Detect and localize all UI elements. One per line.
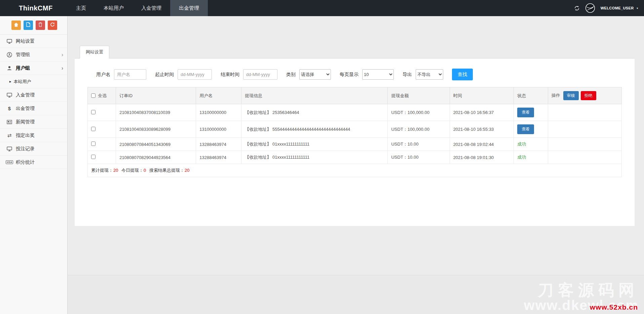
- time-cell: 2021-08-08 19:02:44: [450, 138, 514, 151]
- refresh-cache-button[interactable]: [48, 21, 57, 30]
- status-cell: 查看: [514, 104, 548, 121]
- quick-actions: [0, 16, 67, 34]
- amount-cell: USDT：100,000.00: [388, 104, 450, 121]
- category-select[interactable]: 请选择: [299, 69, 331, 80]
- order-id-cell: 210810040837008110039: [116, 104, 196, 121]
- row-checkbox[interactable]: [91, 155, 96, 159]
- search-button[interactable]: 查找: [452, 69, 473, 80]
- watermark: 刀客源码网 www.dkewl.com www.52xb.cn: [524, 282, 639, 313]
- checkbox-cell: [88, 104, 116, 121]
- time-cell: 2021-08-10 16:55:33: [450, 121, 514, 138]
- sidebar-item-deposit[interactable]: 入金管理: [0, 88, 67, 102]
- row-checkbox[interactable]: [91, 110, 96, 114]
- reject-button[interactable]: 拒绝: [581, 91, 596, 100]
- sidebar-item-label: 新闻管理: [16, 119, 35, 125]
- nav-item-withdraw[interactable]: 出金管理: [170, 0, 208, 16]
- sidebar-item-assign-prize[interactable]: ⇄ 指定出奖: [0, 129, 67, 142]
- nav-item-site-users[interactable]: 本站用户: [95, 0, 132, 16]
- sidebar-item-label: 入金管理: [16, 92, 35, 98]
- username-filter: 用户名: [96, 69, 146, 80]
- summary-today-value: 0: [144, 168, 146, 173]
- export-filter: 导出 不导出: [403, 69, 443, 80]
- end-time-label: 结束时间: [221, 72, 239, 78]
- watermark-url: www.dkewl.com www.52xb.cn: [524, 298, 639, 313]
- content-panel: 用户名 起止时间 结束时间 类别 请选择 每页显示 10 导出 不导出: [75, 58, 635, 226]
- circular-arrow-icon: [50, 22, 55, 28]
- username-label: 用户名: [96, 72, 110, 78]
- home-button[interactable]: [11, 21, 21, 30]
- sidebar-item-site-settings[interactable]: 网站设置: [0, 35, 67, 48]
- approve-button[interactable]: 审核: [563, 91, 579, 100]
- status-cell: 成功: [514, 151, 548, 164]
- export-select[interactable]: 不导出: [416, 69, 443, 80]
- username-input[interactable]: [114, 69, 146, 80]
- sidebar-item-bet-records[interactable]: 投注记录: [0, 142, 67, 156]
- withdraw-info-cell: 【收款地址】 01xxxx11111111111: [241, 151, 388, 164]
- tab-site-settings[interactable]: 网站设置: [80, 46, 109, 58]
- page-size-select[interactable]: 10: [362, 69, 394, 80]
- brand-logo[interactable]: ThinkCMF: [0, 0, 67, 16]
- sidebar-item-admin-group[interactable]: 管理组 ›: [0, 48, 67, 62]
- trash-button[interactable]: [36, 21, 45, 30]
- filter-toolbar: 用户名 起止时间 结束时间 类别 请选择 每页显示 10 导出 不导出: [87, 69, 622, 80]
- trash-icon: [38, 22, 42, 28]
- monitor-icon: [6, 39, 13, 44]
- order-id-header: 订单ID: [116, 87, 196, 104]
- sidebar-item-label: 出金管理: [16, 106, 35, 112]
- sidebar-item-news[interactable]: 新闻管理: [0, 115, 67, 129]
- amount-header: 提现金额: [388, 87, 450, 104]
- order-id-cell: 210808070829044923564: [116, 151, 196, 164]
- refresh-icon[interactable]: [574, 5, 580, 11]
- page-footer: 刀客源码网 www.dkewl.com www.52xb.cn: [68, 275, 644, 314]
- chevron-right-icon: ›: [62, 52, 63, 57]
- actions-header-label: 操作: [552, 93, 560, 98]
- watermark-title: 刀客源码网: [524, 282, 639, 298]
- username-cell: 13100000000: [196, 121, 241, 138]
- withdraw-info-cell: 【收款地址】 01xxxx11111111111: [241, 138, 388, 151]
- dollar-icon: $: [6, 106, 13, 111]
- select-all-checkbox[interactable]: [91, 93, 96, 98]
- sidebar-item-site-users[interactable]: ▸ 本站用户: [0, 75, 67, 88]
- withdraw-info-header: 提现信息: [241, 87, 388, 104]
- order-id-cell: 210810040833089628099: [116, 121, 196, 138]
- user-menu[interactable]: WELCOME_USER ▼: [601, 6, 639, 10]
- checkbox-cell: [88, 138, 116, 151]
- status-success-text: 成功: [517, 142, 526, 147]
- status-header: 状态: [514, 87, 548, 104]
- row-checkbox[interactable]: [91, 127, 96, 131]
- nav-item-deposit[interactable]: 入金管理: [132, 0, 170, 16]
- nav-item-home[interactable]: 主页: [67, 0, 95, 16]
- sidebar-item-label: 网站设置: [16, 38, 35, 44]
- start-time-label: 起止时间: [155, 72, 174, 78]
- withdraw-info-cell: 【收款地址】 55544444444444444444444444444444: [241, 121, 388, 138]
- category-label: 类别: [286, 72, 296, 78]
- clear-cache-button[interactable]: [24, 21, 33, 30]
- amount-cell: USDT：10.00: [388, 151, 450, 164]
- withdraw-table: 全选 订单ID 用户名 提现信息 提现金额 时间 状态 操作审核拒绝: [87, 87, 622, 177]
- time-cell: 2021-08-08 19:01:30: [450, 151, 514, 164]
- time-header: 时间: [450, 87, 514, 104]
- chevron-right-icon: ›: [62, 66, 63, 71]
- checkbox-cell: [88, 121, 116, 138]
- sidebar-item-user-group[interactable]: 用户组 ›: [0, 62, 67, 75]
- end-date-input[interactable]: [243, 69, 277, 80]
- page-size-label: 每页显示: [340, 72, 358, 78]
- start-date-input[interactable]: [178, 69, 212, 80]
- sidebar-item-withdraw[interactable]: $ 出金管理: [0, 102, 67, 115]
- sidebar: 网站设置 管理组 › 用户组 › ▸ 本站用户 入金管理 $ 出金管理 新闻管理: [0, 16, 68, 314]
- summary-total-label: 累计提现：: [91, 168, 113, 173]
- status-cell: 查看: [514, 121, 548, 138]
- row-checkbox[interactable]: [91, 142, 96, 146]
- username-cell: 13288463974: [196, 138, 241, 151]
- home-icon: [14, 22, 18, 28]
- avatar[interactable]: [585, 3, 595, 13]
- summary-today-label: 今日提现：: [121, 168, 143, 173]
- view-button[interactable]: 查看: [517, 108, 534, 117]
- summary-search-value: 20: [185, 168, 189, 173]
- table-row: 210810040837008110039 13100000000 【收款地址】…: [88, 104, 622, 121]
- time-cell: 2021-08-10 16:56:37: [450, 104, 514, 121]
- monitor-icon: [6, 93, 13, 97]
- view-button[interactable]: 查看: [517, 124, 534, 134]
- sidebar-item-points-stats[interactable]: VISA 积分统计: [0, 156, 67, 169]
- export-label: 导出: [403, 72, 412, 78]
